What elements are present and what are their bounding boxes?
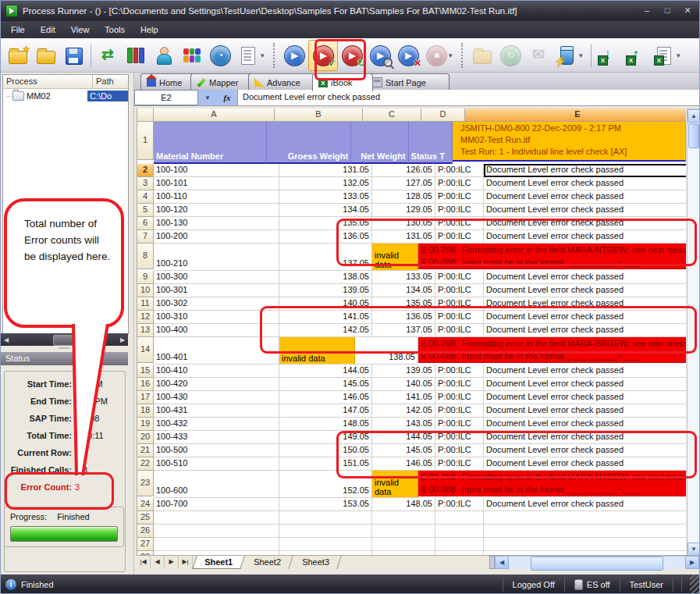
new-process-button[interactable]: ★ [4, 41, 32, 70]
row-header-25[interactable]: 25 [137, 511, 154, 525]
cell-a19[interactable]: 100-432 [154, 418, 279, 431]
cell-e20[interactable]: Document Level error check passed [484, 431, 686, 444]
cell-e16[interactable]: Document Level error check passed [484, 378, 686, 391]
cell-e4[interactable]: Document Level error check passed [484, 190, 686, 204]
cell-e6[interactable]: Document Level error check passed [484, 217, 686, 230]
cell-b3[interactable]: 132.05 [279, 177, 372, 190]
header-cell-gross[interactable]: Groess Weight [267, 122, 351, 164]
cell-d19[interactable]: P:00:ILC [435, 418, 484, 431]
cell-c21[interactable]: 145.05 [372, 444, 435, 457]
resize-grip[interactable] [690, 574, 700, 594]
tab-ibook[interactable]: XiBook [312, 73, 373, 91]
error-cell-14[interactable]: E:00-298Formatting error in the field MA… [418, 337, 686, 363]
row-header-18[interactable]: 18 [137, 404, 154, 418]
cell-c4[interactable]: 128.05 [372, 190, 435, 204]
select-all-corner[interactable] [137, 108, 154, 122]
cell-c14[interactable]: 138.05 [355, 337, 418, 365]
cell-e2[interactable]: Document Level error check passed [484, 164, 686, 177]
row-header-6[interactable]: 6 [137, 217, 154, 230]
row-header-27[interactable]: 27 [137, 538, 154, 551]
run-preview-button[interactable]: ▶ [366, 41, 394, 70]
cell-a3[interactable]: 100-101 [154, 177, 279, 190]
mapping-books-button[interactable] [122, 41, 150, 70]
print-preview-button[interactable] [234, 41, 262, 70]
header-cell-net[interactable]: Net Weight [351, 122, 409, 164]
cell-a20[interactable]: 100-433 [154, 431, 279, 444]
header-cell-status[interactable]: Status T [409, 122, 453, 164]
cell-b17[interactable]: 146.05 [279, 391, 372, 404]
excel-upload-button[interactable]: ↑X [622, 41, 650, 70]
excel-download-button[interactable]: ↓X [594, 41, 622, 70]
excel-export-button[interactable]: X [650, 41, 678, 70]
row-header-22[interactable]: 22 [137, 457, 154, 471]
cell-e5[interactable]: Document Level error check passed [484, 204, 686, 217]
cell-e13[interactable]: Document Level error check passed [484, 324, 686, 337]
cell-c25[interactable] [372, 511, 435, 525]
cell-e10[interactable]: Document Level error check passed [484, 284, 686, 297]
menu-item-file[interactable]: File [4, 23, 32, 36]
menu-item-tools[interactable]: Tools [98, 23, 132, 36]
cell-a11[interactable]: 100-302 [154, 297, 279, 311]
scroll-left-icon[interactable]: ◀ [1, 336, 12, 343]
cell-e9[interactable]: Document Level error check passed [484, 271, 686, 284]
cell-name-box[interactable]: E2 [134, 90, 198, 105]
cell-d27[interactable] [435, 538, 484, 551]
sheet-tab-sheet1[interactable]: Sheet1 [192, 556, 245, 569]
cell-d11[interactable]: P:00:ILC [435, 297, 484, 311]
row-header-5[interactable]: 5 [137, 204, 154, 217]
row-header-21[interactable]: 21 [137, 444, 154, 457]
cell-a25[interactable] [154, 511, 279, 525]
cell-a14[interactable]: 100-401 [154, 337, 279, 365]
cell-e27[interactable] [484, 538, 686, 551]
user-button[interactable] [150, 41, 178, 70]
scroll-up-icon[interactable]: ▲ [688, 109, 700, 123]
cell-d13[interactable]: P:00:ILC [435, 324, 484, 337]
cell-d21[interactable]: P:00:ILC [435, 444, 484, 457]
menu-item-edit[interactable]: Edit [34, 23, 62, 36]
cell-d15[interactable]: P:00:ILC [435, 365, 484, 378]
row-header-23[interactable]: 23 [137, 471, 154, 496]
cell-c7[interactable]: 131.05 [372, 230, 435, 244]
cell-a22[interactable]: 100-510 [154, 457, 279, 471]
cell-a15[interactable]: 100-410 [154, 365, 279, 378]
cell-a12[interactable]: 100-310 [154, 311, 279, 324]
cell-c8-invalid[interactable]: invalid data [372, 244, 418, 271]
cell-d26[interactable] [435, 525, 484, 538]
transfer-button[interactable]: ⇄ [94, 41, 122, 70]
cell-b27[interactable] [279, 538, 372, 551]
tab-scroll-splitter[interactable] [489, 556, 495, 569]
row-header-24[interactable]: 24 [137, 498, 154, 511]
cell-d6[interactable]: P:00:ILC [435, 217, 484, 230]
row-header-2[interactable]: 2 [137, 164, 154, 177]
run-with-check-button[interactable]: ▶✓ [308, 40, 338, 71]
cell-b2[interactable]: 131.05 [279, 164, 372, 177]
cell-c26[interactable] [372, 525, 435, 538]
run-cancel-button[interactable]: ▶✕ [394, 41, 422, 70]
vscroll-thumb[interactable] [688, 123, 699, 148]
menu-item-help[interactable]: Help [133, 23, 165, 36]
hscroll-left-icon[interactable]: ◀ [495, 556, 509, 569]
close-button[interactable]: ✕ [679, 5, 696, 17]
cell-b10[interactable]: 139.05 [279, 284, 372, 297]
cell-d20[interactable]: P:00:ILC [435, 431, 484, 444]
row-header-12[interactable]: 12 [137, 311, 154, 324]
hscroll-track[interactable] [509, 556, 685, 569]
column-header-e[interactable]: E [465, 108, 686, 122]
cell-e7[interactable]: Document Level error check passed [484, 230, 686, 244]
header-cell-run-info[interactable]: JSMITH-DM0-800 22-Dec-2009 - 2:17 PMMM02… [453, 122, 686, 162]
cell-b14-invalid[interactable]: invalid data [279, 337, 355, 365]
row-header-15[interactable]: 15 [137, 365, 154, 378]
process-name[interactable]: MM02 [27, 91, 51, 101]
cell-d2[interactable]: P:00:ILC [435, 164, 484, 177]
cell-a23[interactable]: 100-600 [154, 471, 279, 498]
error-cell-23[interactable]: E:00-298Formatting error in the field MA… [418, 471, 686, 496]
prev-sheet-icon[interactable]: ◀ [151, 556, 165, 569]
row-header-14[interactable]: 14 [137, 337, 154, 363]
tab-advance[interactable]: Advance [248, 73, 320, 91]
cell-a13[interactable]: 100-400 [154, 324, 279, 337]
last-sheet-icon[interactable]: ▶| [179, 556, 193, 569]
cell-a18[interactable]: 100-431 [154, 404, 279, 418]
name-box-dropdown[interactable]: ▼ [198, 90, 217, 105]
cell-e24[interactable]: Document Level error check passed [484, 498, 686, 511]
row-header-1[interactable]: 1 [137, 122, 154, 160]
